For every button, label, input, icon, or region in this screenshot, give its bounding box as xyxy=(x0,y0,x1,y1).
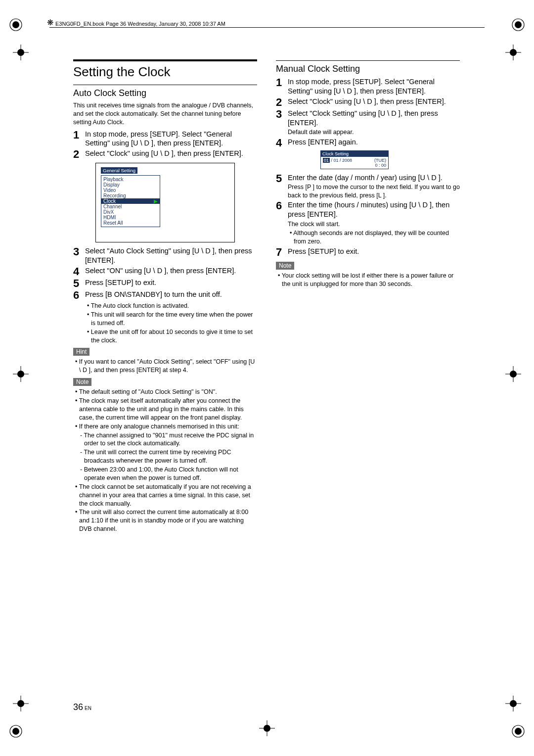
crop-mark-icon xyxy=(259,720,275,736)
registration-mark-icon xyxy=(511,724,525,738)
svg-point-25 xyxy=(510,700,517,707)
crop-mark-icon xyxy=(13,696,29,711)
osd-clock-setting: Clock Setting 01 / 01 / 2008 (TUE)0 : 00 xyxy=(320,150,389,169)
note-bullet: • The unit will also correct the current… xyxy=(73,508,257,533)
svg-point-13 xyxy=(510,49,517,56)
osd-item: Recording xyxy=(103,193,158,198)
manual-step6-bullet: • Although seconds are not displayed, th… xyxy=(288,229,460,246)
note-bullet: • Your clock setting will be lost if eit… xyxy=(276,272,460,288)
note-label: Note xyxy=(276,262,294,270)
manual-step-5: Enter the date (day / month / year) usin… xyxy=(288,173,460,199)
svg-point-5 xyxy=(12,728,19,735)
osd-item: Channel xyxy=(103,204,158,209)
auto-intro-text: This unit receives time signals from the… xyxy=(73,101,257,127)
crop-mark-icon xyxy=(505,696,521,711)
osd-item: HDMI xyxy=(103,215,158,220)
osd-clock-title: Clock Setting xyxy=(321,151,388,157)
manual-step-2: Select "Clock" using [U \ D ], then pres… xyxy=(288,97,446,106)
hint-label: Hint xyxy=(73,348,89,356)
manual-step-7: Press [SETUP] to exit. xyxy=(288,247,359,256)
note-subdash: - Between 23:00 and 1:00, the Auto Clock… xyxy=(73,466,257,482)
osd-item: Video xyxy=(103,188,158,193)
svg-point-3 xyxy=(515,21,522,28)
section-title: Setting the Clock xyxy=(73,64,257,80)
crop-mark-icon xyxy=(505,366,521,382)
left-column: Setting the Clock Auto Clock Setting Thi… xyxy=(73,59,257,534)
manual-step-4: Press [ENTER] again. xyxy=(288,138,358,147)
triangle-right-icon: ▶ xyxy=(154,198,158,204)
osd-item: Playback xyxy=(103,177,158,182)
auto-step-6: Press [B ON\STANDBY] to turn the unit of… xyxy=(85,290,222,299)
registration-mark-icon xyxy=(9,18,23,32)
crop-mark-icon xyxy=(505,45,521,60)
svg-point-28 xyxy=(264,725,270,732)
note-bullet: • If there are only analogue channels me… xyxy=(73,423,257,431)
auto-step-1: In stop mode, press [SETUP]. Select "Gen… xyxy=(85,130,257,148)
svg-point-16 xyxy=(17,371,24,378)
manual-step-3: Select "Clock Setting" using [U \ D ], t… xyxy=(288,109,460,137)
osd-item: Display xyxy=(103,182,158,188)
auto-step6-bullet: • This unit will search for the time eve… xyxy=(85,311,257,328)
auto-step-3: Select "Auto Clock Setting" using [U \ D… xyxy=(85,246,257,265)
osd-title: General Setting xyxy=(101,167,137,174)
page-number: 36EN xyxy=(73,702,91,712)
note-bullet: • The clock may set itself automatically… xyxy=(73,397,257,422)
header-filename: E3NG0FD_EN.book Page 36 Wednesday, Janua… xyxy=(55,21,225,27)
svg-point-19 xyxy=(510,371,517,378)
note-bullet: • The default setting of "Auto Clock Set… xyxy=(73,388,257,396)
osd-item: Reset All xyxy=(103,220,158,226)
header-rule xyxy=(49,27,485,28)
crop-mark-icon xyxy=(13,366,29,382)
subsection-title-auto: Auto Clock Setting xyxy=(73,88,257,98)
auto-step-4: Select "ON" using [U \ D ], then press [… xyxy=(85,266,236,276)
note-subdash: - The unit will correct the current time… xyxy=(73,448,257,465)
auto-step-2: Select "Clock" using [U \ D ], then pres… xyxy=(85,149,243,158)
crop-mark-icon xyxy=(13,45,29,60)
auto-step-5: Press [SETUP] to exit. xyxy=(85,278,156,287)
osd-item-selected: Clock▶ xyxy=(101,198,160,204)
svg-point-7 xyxy=(515,728,522,735)
registration-mark-icon xyxy=(9,724,23,738)
auto-step6-bullet: • The Auto clock function is activated. xyxy=(85,302,257,310)
manual-step-6: Enter the time (hours / minutes) using [… xyxy=(288,200,460,228)
svg-point-10 xyxy=(17,49,24,56)
svg-point-1 xyxy=(12,21,19,28)
note-subdash: - The channel assigned to "901" must rec… xyxy=(73,431,257,448)
header-ornament-icon: ❋ xyxy=(47,18,53,27)
hint-bullet: • If you want to cancel "Auto Clock Sett… xyxy=(73,358,257,375)
note-label: Note xyxy=(73,378,91,386)
registration-mark-icon xyxy=(511,18,525,32)
right-column: Manual Clock Setting 1In stop mode, pres… xyxy=(276,59,460,534)
manual-step-1: In stop mode, press [SETUP]. Select "Gen… xyxy=(288,77,460,96)
auto-step6-bullet: • Leave the unit off for about 10 second… xyxy=(85,328,257,345)
osd-item: DivX xyxy=(103,209,158,215)
svg-point-22 xyxy=(17,700,24,707)
note-bullet: • The clock cannot be set automatically … xyxy=(73,483,257,508)
subsection-title-manual: Manual Clock Setting xyxy=(276,64,460,74)
osd-general-setting: General Setting Playback Display Video R… xyxy=(95,163,235,242)
